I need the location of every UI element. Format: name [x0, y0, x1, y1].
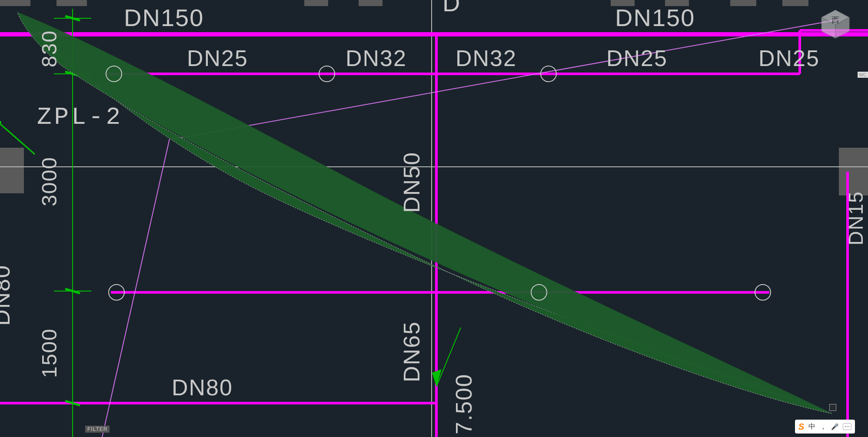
wall-block — [359, 0, 382, 6]
guide-line-1 — [174, 20, 839, 139]
dim-830: 830 — [38, 30, 61, 67]
ime-more-icon[interactable]: ⋯ — [843, 423, 851, 430]
label-dn65: DN65 — [399, 321, 424, 382]
wall-block — [782, 0, 808, 6]
label-dn80-bot: DN80 — [172, 375, 233, 400]
selection-wedge-fill2 — [17, 12, 832, 414]
wall-block — [839, 148, 868, 172]
wall-block — [730, 0, 756, 6]
viewcube[interactable]: 西 — [820, 9, 851, 39]
label-dn25-1: DN25 — [187, 46, 248, 71]
ime-punct-toggle[interactable]: ， — [820, 422, 827, 431]
wcs-label: WC — [858, 72, 868, 78]
label-dn25-2: DN25 — [606, 46, 668, 71]
label-dn15r: DN15 — [845, 191, 867, 245]
label-d-partial: D — [442, 0, 461, 17]
dim-3000: 3000 — [38, 156, 61, 206]
label-dn80-side: DN80 — [0, 265, 14, 326]
selection-handle[interactable] — [829, 404, 836, 411]
label-dn50: DN50 — [399, 152, 424, 213]
ime-mic-icon[interactable]: 🎤 — [831, 423, 838, 430]
wall-block — [57, 0, 87, 6]
label-dn32-2: DN32 — [456, 46, 517, 71]
viewcube-face: 西 — [831, 16, 839, 24]
ime-lang-toggle[interactable]: 中 — [808, 422, 815, 431]
dim-1500: 1500 — [38, 328, 61, 378]
filter-indicator[interactable]: FILTER — [85, 426, 110, 433]
label-dn150-l: DN150 — [124, 4, 204, 31]
cad-canvas[interactable]: DN150 DN150 D DN25 DN32 DN32 DN25 DN25 D… — [0, 0, 868, 437]
label-dn25-3: DN25 — [758, 46, 820, 71]
wall-block — [304, 0, 328, 6]
wall-block — [0, 0, 30, 6]
ime-toolbar[interactable]: S 中 ， 🎤 ⋯ — [795, 420, 855, 434]
label-7500: 7.500 — [451, 374, 476, 434]
label-dn32-1: DN32 — [346, 46, 407, 71]
ime-logo-icon[interactable]: S — [798, 422, 804, 432]
system-label: ZPL-2 — [37, 103, 123, 131]
label-dn150-r: DN150 — [615, 4, 695, 31]
wall-block — [0, 172, 24, 193]
guide-line-2 — [102, 139, 170, 437]
